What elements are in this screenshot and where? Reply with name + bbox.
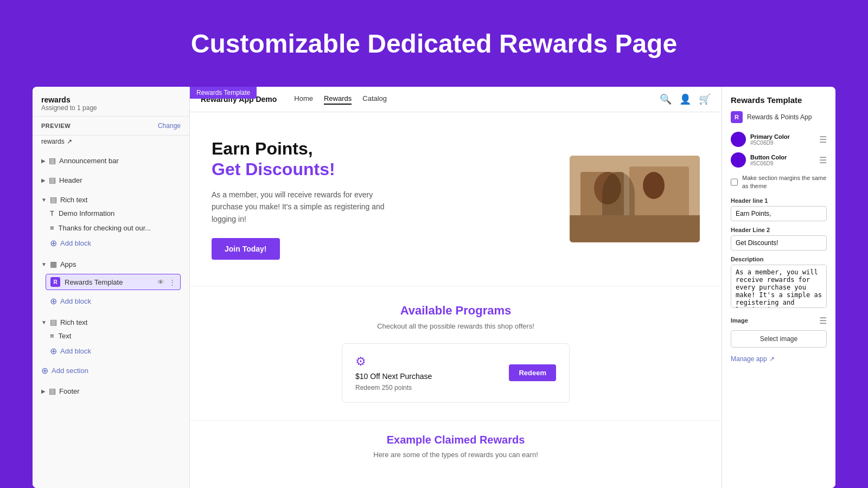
rich-text-1-arrow: ▼ bbox=[41, 197, 47, 203]
sidebar-item-rewards-template[interactable]: R Rewards Template 👁 ⋮ bbox=[33, 271, 189, 293]
text-icon: ≡ bbox=[50, 332, 54, 340]
rich-text-2-arrow: ▼ bbox=[41, 319, 47, 325]
section-announcement-header[interactable]: ▶ ▤ Announcement bar bbox=[33, 152, 189, 167]
manage-app-link[interactable]: Manage app ↗ bbox=[731, 355, 827, 363]
primary-color-menu-icon[interactable]: ☰ bbox=[819, 134, 827, 145]
header-line1-input[interactable] bbox=[731, 206, 827, 221]
rich-text-2-label: Rich text bbox=[60, 318, 88, 326]
nav-link-rewards[interactable]: Rewards bbox=[324, 94, 352, 105]
section-footer: ▶ ▤ Footer bbox=[33, 380, 189, 400]
add-block-3[interactable]: ⊕ Add block bbox=[33, 343, 189, 359]
button-color-menu-icon[interactable]: ☰ bbox=[819, 155, 827, 165]
section-header: ▶ ▤ Header bbox=[33, 169, 189, 189]
rewards-template-label: Rewards Template bbox=[65, 278, 123, 286]
search-icon[interactable]: 🔍 bbox=[660, 93, 672, 105]
apps-header[interactable]: ▼ ▦ Apps bbox=[33, 255, 189, 271]
preview-store-name: rewards bbox=[41, 138, 65, 145]
section-apps: ▼ ▦ Apps R Rewards Template 👁 ⋮ ⊕ Add bl… bbox=[33, 253, 189, 311]
nav-link-catalog[interactable]: Catalog bbox=[362, 94, 387, 105]
rich-text-1-icon: ▤ bbox=[50, 195, 57, 204]
footer-header[interactable]: ▶ ▤ Footer bbox=[33, 382, 189, 397]
right-panel-title: Rewards Template bbox=[731, 95, 827, 105]
header-section-label: Header bbox=[59, 176, 82, 184]
add-block-3-plus: ⊕ bbox=[50, 346, 57, 356]
margin-checkbox[interactable] bbox=[731, 178, 738, 186]
redeem-button[interactable]: Redeem bbox=[509, 364, 556, 381]
external-link-icon[interactable]: ↗ bbox=[67, 138, 72, 145]
user-icon[interactable]: 👤 bbox=[679, 93, 691, 105]
demo-info-label: Demo Information bbox=[59, 209, 114, 217]
footer-icon: ▤ bbox=[49, 387, 56, 395]
add-block-1[interactable]: ⊕ Add block bbox=[33, 235, 189, 251]
banner-title: Customizable Dedicated Rewards Page bbox=[191, 29, 677, 59]
text-label: Text bbox=[59, 332, 72, 340]
add-block-1-plus: ⊕ bbox=[50, 238, 57, 248]
cart-icon[interactable]: 🛒 bbox=[699, 93, 711, 105]
button-color-label: Button Color bbox=[750, 154, 787, 160]
description-label: Description bbox=[731, 256, 827, 262]
store-name: rewards bbox=[41, 95, 181, 104]
select-image-button[interactable]: Select image bbox=[731, 330, 827, 348]
hero-image-placeholder bbox=[570, 156, 700, 242]
add-section-label: Add section bbox=[52, 367, 88, 375]
add-section-plus: ⊕ bbox=[41, 365, 48, 376]
rich-text-2-header[interactable]: ▼ ▤ Rich text bbox=[33, 313, 189, 329]
toggle-arrow: ▶ bbox=[41, 158, 46, 164]
store-nav: Rewardify App Demo Home Rewards Catalog … bbox=[190, 87, 722, 112]
main-container: rewards Assigned to 1 page PREVIEW Chang… bbox=[33, 87, 835, 488]
reward-card-points: Redeem 250 points bbox=[355, 384, 432, 391]
svg-point-3 bbox=[594, 172, 621, 204]
nav-link-home[interactable]: Home bbox=[294, 94, 313, 105]
header-line2-input[interactable] bbox=[731, 235, 827, 251]
rich-text-1-header[interactable]: ▼ ▤ Rich text bbox=[33, 191, 189, 206]
manage-app-label: Manage app bbox=[731, 355, 767, 363]
announcement-label: Announcement bar bbox=[59, 157, 119, 165]
image-menu-icon[interactable]: ☰ bbox=[819, 316, 827, 326]
reward-card-icon: ⚙ bbox=[355, 355, 432, 369]
add-block-2[interactable]: ⊕ Add block bbox=[33, 293, 189, 309]
programs-subtitle: Checkout all the possible rewards this s… bbox=[212, 322, 700, 330]
store-assigned: Assigned to 1 page bbox=[41, 104, 181, 112]
hero-title-line1: Earn Points, bbox=[212, 138, 548, 159]
preview-tab-label: Rewards Template bbox=[190, 87, 257, 99]
sidebar-item-demo-info[interactable]: T Demo Information bbox=[33, 206, 189, 221]
preview-store-row: rewards ↗ bbox=[33, 136, 189, 150]
section-announcement: ▶ ▤ Announcement bar bbox=[33, 150, 189, 169]
button-color-hex: #5C06D9 bbox=[750, 160, 787, 166]
sidebar-item-thanks[interactable]: ≡ Thanks for checking out our... bbox=[33, 221, 189, 235]
hero-image bbox=[570, 156, 700, 242]
primary-color-swatch-group: Primary Color #5C06D9 bbox=[731, 132, 790, 147]
primary-color-swatch[interactable] bbox=[731, 132, 746, 147]
primary-color-label: Primary Color bbox=[750, 133, 790, 140]
add-block-2-label: Add block bbox=[60, 297, 91, 305]
hero-description: As a member, you will receive rewards fo… bbox=[212, 189, 396, 225]
section-header-header[interactable]: ▶ ▤ Header bbox=[33, 171, 189, 187]
footer-arrow: ▶ bbox=[41, 388, 46, 394]
button-color-swatch[interactable] bbox=[731, 152, 746, 168]
preview-area: Rewards Template Rewardify App Demo Home… bbox=[190, 87, 722, 488]
hero-cta-button[interactable]: Join Today! bbox=[212, 238, 280, 260]
app-badge: R bbox=[731, 111, 743, 123]
sidebar-item-text[interactable]: ≡ Text bbox=[33, 329, 189, 343]
description-textarea[interactable] bbox=[731, 265, 827, 308]
right-panel: Rewards Template R Rewards & Points App … bbox=[722, 87, 835, 488]
header-icon: ▤ bbox=[49, 176, 56, 184]
preview-row: PREVIEW Change bbox=[33, 117, 189, 136]
section-rich-text-1: ▼ ▤ Rich text T Demo Information ≡ Thank… bbox=[33, 189, 189, 253]
reward-card-left: ⚙ $10 Off Next Purchase Redeem 250 point… bbox=[355, 355, 432, 391]
add-block-2-plus: ⊕ bbox=[50, 296, 57, 306]
apps-arrow: ▼ bbox=[41, 261, 47, 267]
change-link[interactable]: Change bbox=[158, 122, 181, 130]
apps-label: Apps bbox=[60, 260, 76, 268]
svg-rect-5 bbox=[570, 215, 700, 242]
dots-icon[interactable]: ⋮ bbox=[169, 278, 176, 286]
rewards-template-badge: R bbox=[50, 277, 60, 287]
reward-card: ⚙ $10 Off Next Purchase Redeem 250 point… bbox=[342, 343, 570, 403]
eye-icon[interactable]: 👁 bbox=[157, 278, 164, 286]
programs-title: Available Programs bbox=[212, 304, 700, 318]
button-color-swatch-group: Button Color #5C06D9 bbox=[731, 152, 787, 168]
header-toggle-arrow: ▶ bbox=[41, 177, 46, 183]
announcement-icon: ▤ bbox=[49, 156, 56, 165]
button-color-row: Button Color #5C06D9 ☰ bbox=[731, 152, 827, 168]
add-section-button[interactable]: ⊕ Add section bbox=[33, 361, 189, 380]
